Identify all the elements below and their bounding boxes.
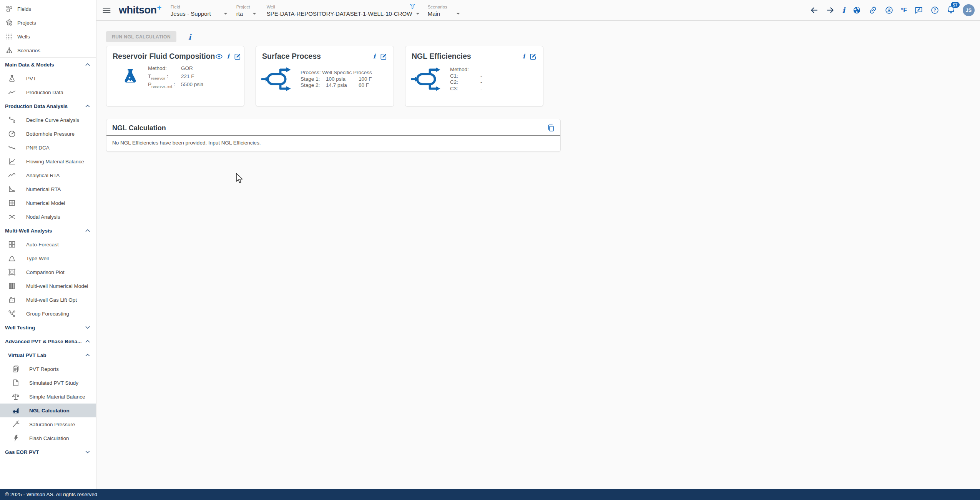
sidebar-item-simple-material-balance[interactable]: Simple Material Balance [0,390,96,404]
scenarios-icon [5,46,13,55]
user-avatar[interactable]: JS [963,4,975,16]
sidebar-section-main-data-models[interactable]: Main Data & Models [0,58,96,71]
gauge-icon [8,130,16,138]
sidebar-item-label: Decline Curve Analysis [26,117,79,123]
ngl-calculation-panel: NGL Calculation No NGL Efficiencies have… [106,119,561,152]
sidebar-item-label: Scenarios [17,48,40,53]
comparison-plot-icon [8,268,16,276]
selector-value: Jesus - Support [171,10,211,17]
grid-icon [8,240,16,249]
gas-lift-icon [8,296,16,304]
sidebar-item-label: PVT [26,76,36,81]
feedback-icon[interactable] [914,6,923,15]
sidebar-section-gas-eor-pvt[interactable]: Gas EOR PVT [0,445,96,459]
projects-icon [5,18,13,27]
sidebar-subsection-virtual-pvt-lab[interactable]: Virtual PVT Lab [0,348,96,362]
row-pressure: 100 psia [326,76,359,83]
info-icon[interactable]: i [373,53,375,60]
filter-icon[interactable] [409,3,416,10]
sidebar-item-pvt-reports[interactable]: PVT Reports [0,362,96,376]
sidebar-item-decline-curve-analysis[interactable]: Decline Curve Analysis [0,113,96,127]
sidebar-item-fields[interactable]: Fields [0,2,96,16]
globe-icon[interactable] [852,6,861,15]
sidebar-item-label: Projects [17,20,36,26]
sidebar-item-analytical-rta[interactable]: Analytical RTA [0,168,96,182]
card-row: C1:- [450,73,482,80]
sidebar-item-wells[interactable]: Wells [0,30,96,43]
sidebar-item-production-data[interactable]: Production Data [0,85,96,99]
section-label: Production Data Analysis [5,103,68,109]
copy-icon[interactable] [546,124,555,132]
help-icon[interactable] [930,6,939,15]
sidebar-item-ngl-calculation[interactable]: NGL Calculation [0,404,96,417]
sidebar-section-advanced-pvt-phase-behavior[interactable]: Advanced PVT & Phase Beha... [0,334,96,348]
sidebar-item-pvt[interactable]: PVT [0,71,96,85]
temperature-unit-toggle[interactable]: °F [901,7,907,14]
sidebar-item-multi-well-gas-lift-opt[interactable]: Multi-well Gas Lift Opt [0,293,96,307]
run-ngl-calculation-button[interactable]: RUN NGL CALCULATION [106,31,176,42]
sidebar-item-numerical-rta[interactable]: Numerical RTA [0,182,96,196]
notifications-bell[interactable]: 57 [947,5,955,15]
flask-icon [8,74,16,83]
sidebar-item-simulated-pvt-study[interactable]: Simulated PVT Study [0,376,96,390]
bolt-icon [12,434,20,442]
project-selector[interactable]: Project rta [236,0,256,20]
field-selector[interactable]: Field Jesus - Support [171,0,228,20]
dropdown-caret-icon [224,13,228,15]
row-value: - [480,79,482,86]
edit-icon[interactable] [380,53,387,60]
chevron-up-icon [84,351,91,359]
sidebar-item-comparison-plot[interactable]: Comparison Plot [0,265,96,279]
sidebar-item-multi-well-numerical-model[interactable]: Multi-well Numerical Model [0,279,96,293]
sidebar-item-bottomhole-pressure[interactable]: Bottomhole Pressure [0,127,96,141]
sidebar-item-type-well[interactable]: Type Well [0,251,96,265]
selector-value: Main [428,10,440,17]
sidebar-item-flowing-material-balance[interactable]: Flowing Material Balance [0,154,96,168]
well-selector[interactable]: Well SPE-DATA-REPOSITORY-DATASET-1-WELL-… [267,0,406,20]
forward-icon[interactable] [826,6,835,15]
card-row: C3:- [450,86,482,92]
sidebar-item-numerical-model[interactable]: Numerical Model [0,196,96,210]
sidebar-item-label: Nodal Analysis [26,214,60,220]
app-logo[interactable]: whitson+ [119,4,161,16]
sidebar-item-label: Fields [17,6,31,12]
card-row: Method:GOR [148,65,204,73]
row-value: - [480,73,482,80]
eye-icon[interactable] [215,53,223,60]
info-icon[interactable]: i [227,53,229,60]
link-icon[interactable] [869,6,877,15]
mouse-cursor [235,173,244,184]
hamburger-menu-icon[interactable] [102,6,111,15]
sidebar-item-flash-calculation[interactable]: Flash Calculation [0,431,96,445]
edit-icon[interactable] [529,53,537,60]
card-title: Surface Process [262,52,373,61]
edit-icon[interactable] [234,53,241,60]
sidebar-item-label: Bottomhole Pressure [26,131,75,137]
back-icon[interactable] [810,6,819,15]
chevron-down-icon [84,448,91,456]
sidebar-item-projects[interactable]: Projects [0,16,96,30]
info-icon[interactable]: i [188,33,191,41]
selector-label: Project [236,5,256,9]
sidebar-section-multi-well-analysis[interactable]: Multi-Well Analysis [0,224,96,238]
sidebar-section-well-testing[interactable]: Well Testing [0,321,96,334]
sidebar-item-pnr-dca[interactable]: PNR DCA [0,141,96,154]
card-row: C2:- [450,79,482,86]
separator-icon [261,65,294,93]
scales-icon [12,392,20,401]
footer: © 2025 - Whitson AS. All rights reserved [0,489,980,500]
sidebar-item-group-forecasting[interactable]: Group Forecasting [0,307,96,321]
sidebar-section-production-data-analysis[interactable]: Production Data Analysis [0,99,96,113]
nodal-curves-icon [8,213,16,221]
sidebar-item-label: Simple Material Balance [29,394,85,400]
export-icon[interactable] [885,6,894,15]
info-icon[interactable]: i [523,53,525,60]
sidebar-item-scenarios[interactable]: Scenarios [0,43,96,57]
sidebar-item-auto-forecast[interactable]: Auto-Forecast [0,238,96,251]
info-icon[interactable]: i [842,6,845,15]
sidebar-item-label: Analytical RTA [26,173,60,178]
building-icon [8,199,16,207]
scenarios-selector[interactable]: Scenarios Main [428,0,460,20]
sidebar-item-nodal-analysis[interactable]: Nodal Analysis [0,210,96,224]
sidebar-item-saturation-pressure[interactable]: Saturation Pressure [0,417,96,431]
